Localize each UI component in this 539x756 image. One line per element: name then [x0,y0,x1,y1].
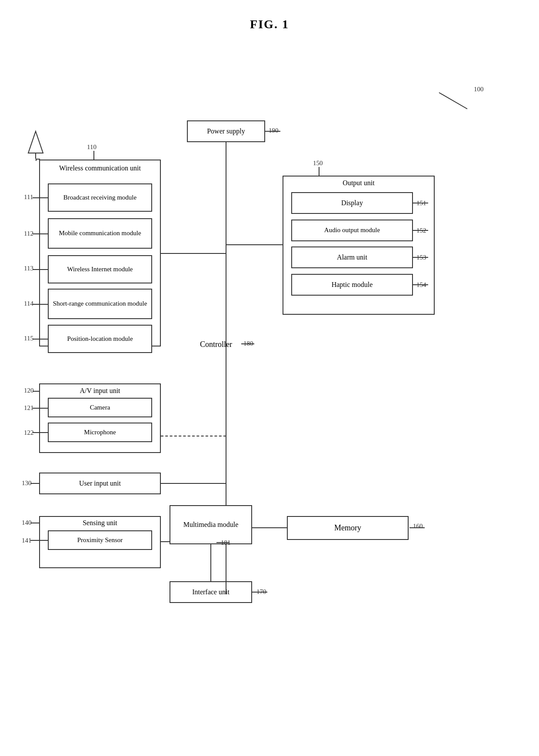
position-location-box: Position-location module [48,325,152,353]
ref-150: 150 [313,160,323,167]
camera-label: Camera [90,403,110,412]
page-title: FIG. 1 [0,0,539,31]
user-input-box: User input unit [39,473,161,494]
av-input-label: A/V input unit [39,387,161,395]
interface-label: Interface unit [192,588,230,597]
ref-110: 110 [87,143,96,151]
output-unit-label: Output unit [283,179,435,187]
proximity-label: Proximity Sensor [77,536,123,545]
alarm-label: Alarm unit [337,253,367,262]
display-label: Display [341,199,363,208]
ref-160: 160 [413,523,423,530]
mobile-comm-box: Mobile communication module [48,218,152,249]
antenna-icon [24,129,48,160]
camera-box: Camera [48,398,152,417]
controller-label: Controller [200,340,232,349]
ref-100-label: 100 [474,86,484,93]
multimedia-box: Multimedia module [170,505,252,544]
ref-111: 111 [24,193,33,201]
ref-115: 115 [24,335,33,342]
microphone-label: Microphone [84,428,116,437]
audio-output-box: Audio output module [291,220,413,241]
interface-box: Interface unit [170,581,252,603]
microphone-box: Microphone [48,423,152,442]
broadcast-label: Broadcast receiving module [63,193,136,202]
haptic-box: Haptic module [291,274,413,296]
wireless-comm-label: Wireless communication unit [39,164,161,173]
broadcast-box: Broadcast receiving module [48,183,152,212]
memory-label: Memory [334,523,361,533]
svg-marker-0 [28,131,43,153]
multimedia-label: Multimedia module [183,520,239,530]
proximity-box: Proximity Sensor [48,530,152,550]
position-location-label: Position-location module [67,335,133,343]
wireless-internet-box: Wireless Internet module [48,255,152,283]
mobile-comm-label: Mobile communication module [59,229,141,238]
short-range-label: Short-range communication module [53,300,147,308]
memory-box: Memory [287,516,409,540]
short-range-box: Short-range communication module [48,289,152,319]
ref-112: 112 [24,230,33,237]
display-box: Display [291,192,413,214]
wireless-internet-label: Wireless Internet module [67,265,133,274]
user-input-label: User input unit [79,479,121,488]
audio-output-label: Audio output module [324,226,380,235]
power-supply-box: Power supply [187,120,265,142]
ref-113: 113 [24,265,33,272]
ref-114: 114 [24,300,33,307]
haptic-label: Haptic module [332,280,373,290]
sensing-label: Sensing unit [39,519,161,527]
alarm-box: Alarm unit [291,246,413,268]
power-supply-label: Power supply [207,127,245,136]
